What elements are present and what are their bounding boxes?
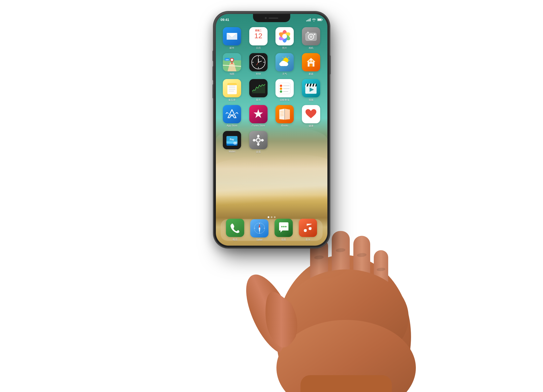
speaker bbox=[269, 18, 278, 19]
videos-icon-svg bbox=[304, 82, 318, 94]
svg-point-72 bbox=[280, 87, 282, 90]
mute-switch[interactable] bbox=[212, 50, 214, 61]
app-ibooks[interactable]: iBooks bbox=[273, 105, 296, 128]
ibooks-label: iBooks bbox=[281, 124, 288, 127]
app-weather[interactable]: 天气 bbox=[273, 53, 296, 76]
camera-label: 相机 bbox=[309, 46, 313, 50]
svg-text:Pay: Pay bbox=[230, 138, 234, 141]
svg-marker-68 bbox=[252, 84, 265, 93]
svg-point-99 bbox=[235, 142, 237, 144]
svg-point-29 bbox=[314, 34, 315, 35]
wallet-label: Wallet bbox=[229, 150, 235, 153]
app-mail[interactable]: 邮件 bbox=[221, 27, 244, 50]
safari-icon-svg bbox=[253, 222, 266, 235]
stocks-label: 股市 bbox=[256, 98, 261, 102]
svg-point-33 bbox=[231, 59, 233, 61]
svg-rect-59 bbox=[312, 60, 313, 62]
volume-down-button[interactable] bbox=[212, 84, 214, 99]
svg-point-46 bbox=[258, 62, 259, 63]
weather-icon-svg bbox=[277, 55, 292, 69]
reminders-label: 提醒事项 bbox=[280, 98, 289, 102]
app-maps[interactable]: 280 地图 bbox=[221, 53, 244, 76]
clock-label: 时钟 bbox=[256, 72, 261, 76]
appstore-icon-svg bbox=[225, 108, 239, 121]
dock-music-label: 音乐 bbox=[306, 238, 310, 241]
svg-line-92 bbox=[280, 114, 284, 114]
dock-messages[interactable]: 信息 bbox=[275, 219, 293, 241]
svg-point-101 bbox=[257, 139, 260, 142]
svg-line-91 bbox=[280, 113, 284, 113]
calendar-date: 12 bbox=[254, 32, 262, 39]
notes-label: 备忘录 bbox=[228, 98, 236, 102]
settings-icon-svg bbox=[252, 134, 265, 147]
svg-line-87 bbox=[237, 112, 238, 114]
dock-safari[interactable]: Safari bbox=[250, 219, 268, 241]
app-settings[interactable]: 设置 bbox=[247, 131, 270, 154]
svg-point-121 bbox=[285, 226, 287, 227]
settings-label: 设置 bbox=[256, 150, 261, 154]
svg-point-57 bbox=[281, 61, 286, 65]
svg-rect-58 bbox=[310, 64, 312, 67]
home-label: 家庭 bbox=[309, 72, 313, 76]
app-home[interactable]: 家庭 bbox=[300, 53, 323, 76]
app-appstore[interactable]: App Store bbox=[221, 105, 244, 128]
wallet-icon-svg: Pay bbox=[225, 134, 239, 146]
app-photos[interactable]: 照片 bbox=[273, 27, 296, 50]
volume-up-button[interactable] bbox=[212, 66, 214, 81]
health-label: 健康 bbox=[309, 124, 313, 128]
svg-rect-8 bbox=[300, 375, 392, 392]
dock-music[interactable]: 音乐 bbox=[299, 219, 317, 241]
dock: 电话 bbox=[221, 219, 323, 241]
app-reminders[interactable]: 提醒事项 bbox=[273, 79, 296, 102]
clock-icon-svg bbox=[251, 55, 266, 69]
scene: 09:41 bbox=[0, 0, 543, 392]
page-dots bbox=[268, 216, 275, 218]
app-itunes[interactable]: iTunes Store bbox=[247, 105, 270, 128]
svg-point-28 bbox=[310, 36, 312, 37]
app-stocks[interactable]: 股市 bbox=[247, 79, 270, 102]
app-notes[interactable]: 备忘录 bbox=[221, 79, 244, 102]
photos-icon-svg bbox=[277, 29, 292, 44]
itunes-icon-svg bbox=[252, 108, 265, 121]
svg-point-23 bbox=[282, 34, 287, 39]
battery-icon bbox=[317, 18, 323, 21]
svg-rect-108 bbox=[253, 139, 256, 142]
svg-rect-106 bbox=[257, 134, 260, 137]
maps-label: 地图 bbox=[230, 72, 234, 76]
svg-point-114 bbox=[259, 228, 260, 229]
dock-phone-label: 电话 bbox=[233, 238, 237, 241]
app-health[interactable]: 健康 bbox=[300, 105, 323, 128]
mail-icon-svg bbox=[226, 32, 238, 41]
page-dot-3[interactable] bbox=[274, 216, 275, 218]
app-calendar[interactable]: 星期二 12 日历 bbox=[247, 27, 270, 50]
status-time: 09:41 bbox=[221, 18, 229, 22]
app-clock[interactable]: 时钟 bbox=[247, 53, 270, 76]
appstore-label: App Store bbox=[227, 124, 237, 127]
app-videos[interactable]: 视频 bbox=[300, 79, 323, 102]
notch bbox=[253, 14, 290, 22]
app-camera[interactable]: 相机 bbox=[300, 27, 323, 50]
svg-point-119 bbox=[281, 226, 283, 227]
music-icon-svg bbox=[302, 221, 314, 235]
page-dot-1[interactable] bbox=[268, 216, 269, 218]
dock-phone[interactable]: 电话 bbox=[226, 219, 244, 241]
svg-point-120 bbox=[283, 226, 285, 227]
svg-rect-107 bbox=[261, 139, 264, 142]
svg-rect-109 bbox=[257, 143, 260, 146]
svg-marker-88 bbox=[254, 109, 263, 118]
stocks-icon-svg bbox=[251, 82, 266, 94]
power-button[interactable] bbox=[329, 55, 331, 75]
app-wallet[interactable]: Pay Wallet bbox=[221, 131, 244, 154]
dock-safari-label: Safari bbox=[256, 238, 262, 241]
front-camera bbox=[265, 17, 267, 19]
reminders-icon-svg bbox=[277, 81, 292, 95]
phone-call-icon bbox=[229, 222, 241, 234]
svg-point-70 bbox=[280, 85, 282, 87]
videos-label: 视频 bbox=[309, 98, 313, 102]
svg-text:280: 280 bbox=[226, 59, 229, 61]
page-dot-2[interactable] bbox=[271, 216, 272, 218]
svg-rect-14 bbox=[322, 19, 322, 20]
camera-icon-svg bbox=[305, 31, 317, 42]
ibooks-icon-svg bbox=[278, 108, 291, 121]
svg-line-90 bbox=[280, 111, 284, 112]
